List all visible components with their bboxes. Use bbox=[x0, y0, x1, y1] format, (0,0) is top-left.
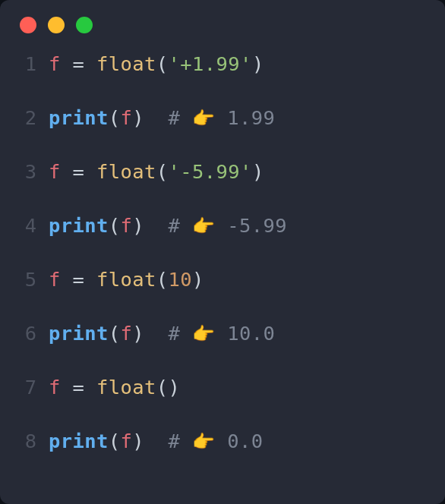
token: f bbox=[121, 322, 133, 345]
token: f bbox=[121, 430, 133, 452]
token: # bbox=[169, 322, 193, 345]
line-content: f = float('-5.99') bbox=[49, 162, 264, 182]
token: f bbox=[121, 106, 133, 129]
line-number: 1 bbox=[6, 55, 49, 74]
token: '+1.99' bbox=[169, 52, 252, 75]
token: 10.0 bbox=[216, 322, 276, 345]
minimize-icon[interactable] bbox=[48, 17, 65, 33]
token bbox=[144, 430, 169, 452]
code-line: 2print(f) # 👉 1.99 bbox=[6, 109, 445, 162]
token: = bbox=[73, 268, 85, 291]
token bbox=[144, 322, 169, 345]
code-line: 6print(f) # 👉 10.0 bbox=[6, 324, 445, 378]
line-number: 6 bbox=[6, 324, 49, 344]
pointer-emoji-icon: 👉 bbox=[192, 323, 215, 345]
token: # bbox=[169, 430, 193, 452]
token: float bbox=[96, 268, 156, 291]
token: f bbox=[49, 376, 61, 398]
token: = bbox=[73, 52, 85, 75]
line-number: 2 bbox=[6, 109, 49, 128]
token bbox=[84, 52, 96, 75]
token: float bbox=[96, 160, 156, 183]
code-line: 5f = float(10) bbox=[6, 270, 445, 324]
code-line: 8print(f) # 👉 0.0 bbox=[6, 432, 445, 486]
token: f bbox=[49, 268, 61, 291]
token: ( bbox=[109, 430, 121, 452]
token: ) bbox=[252, 52, 264, 75]
token: '-5.99' bbox=[169, 160, 252, 183]
token: ) bbox=[132, 322, 144, 345]
code-line: 7f = float() bbox=[6, 378, 445, 432]
token: ( bbox=[156, 52, 169, 75]
code-line: 3f = float('-5.99') bbox=[6, 162, 445, 216]
token: # bbox=[169, 106, 193, 129]
line-content: f = float('+1.99') bbox=[49, 55, 264, 74]
line-content: f = float() bbox=[49, 378, 180, 398]
token: f bbox=[49, 52, 61, 75]
token: ( bbox=[109, 322, 121, 345]
token: print bbox=[49, 430, 109, 452]
token: print bbox=[49, 322, 109, 345]
token: 10 bbox=[169, 268, 193, 291]
line-content: print(f) # 👉 1.99 bbox=[49, 109, 275, 128]
token: ) bbox=[192, 268, 204, 291]
code-line: 1f = float('+1.99') bbox=[6, 55, 445, 109]
token: -5.99 bbox=[216, 214, 288, 237]
token bbox=[144, 106, 169, 129]
window-controls bbox=[0, 17, 445, 55]
token: ( bbox=[156, 160, 169, 183]
token: ) bbox=[252, 160, 264, 183]
line-number: 4 bbox=[6, 216, 49, 236]
token bbox=[61, 52, 73, 75]
token: # bbox=[169, 214, 193, 237]
token bbox=[84, 376, 96, 398]
token: = bbox=[73, 376, 85, 398]
line-content: print(f) # 👉 10.0 bbox=[49, 324, 275, 344]
line-number: 3 bbox=[6, 162, 49, 182]
pointer-emoji-icon: 👉 bbox=[192, 431, 215, 452]
line-number: 8 bbox=[6, 432, 49, 452]
zoom-icon[interactable] bbox=[76, 17, 93, 33]
line-content: print(f) # 👉 0.0 bbox=[49, 432, 264, 452]
token: print bbox=[49, 106, 109, 129]
token: ( bbox=[156, 268, 169, 291]
token bbox=[84, 160, 96, 183]
token: float bbox=[96, 52, 156, 75]
token bbox=[61, 268, 73, 291]
code-area: 1f = float('+1.99')2print(f) # 👉 1.993f … bbox=[0, 55, 445, 486]
line-number: 5 bbox=[6, 270, 49, 290]
token: float bbox=[96, 376, 156, 398]
code-line: 4print(f) # 👉 -5.99 bbox=[6, 216, 445, 270]
close-icon[interactable] bbox=[20, 17, 36, 33]
token: 0.0 bbox=[216, 430, 264, 452]
token bbox=[61, 376, 73, 398]
token: = bbox=[73, 160, 85, 183]
token: ) bbox=[132, 430, 144, 452]
token: ( bbox=[156, 376, 169, 398]
pointer-emoji-icon: 👉 bbox=[192, 216, 215, 237]
token: f bbox=[121, 214, 133, 237]
token: ) bbox=[132, 106, 144, 129]
line-number: 7 bbox=[6, 378, 49, 398]
line-content: print(f) # 👉 -5.99 bbox=[49, 216, 287, 236]
token bbox=[84, 268, 96, 291]
token bbox=[61, 160, 73, 183]
token: ( bbox=[109, 214, 121, 237]
token: ) bbox=[132, 214, 144, 237]
code-window: 1f = float('+1.99')2print(f) # 👉 1.993f … bbox=[0, 0, 445, 504]
token: 1.99 bbox=[216, 106, 276, 129]
token: ) bbox=[169, 376, 181, 398]
token: f bbox=[49, 160, 61, 183]
pointer-emoji-icon: 👉 bbox=[192, 108, 215, 129]
token bbox=[144, 214, 169, 237]
token: ( bbox=[109, 106, 121, 129]
line-content: f = float(10) bbox=[49, 270, 204, 290]
token: print bbox=[49, 214, 109, 237]
